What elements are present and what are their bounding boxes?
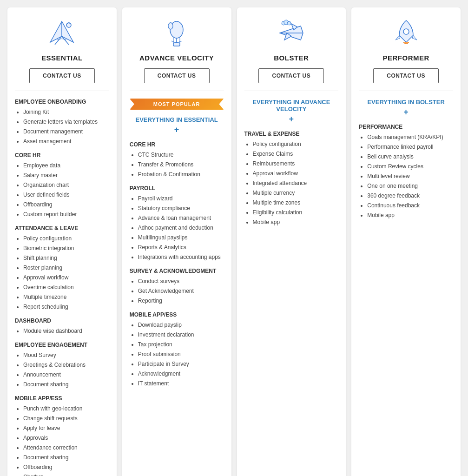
- feature-list: Conduct surveysGet AcknowledgementReport…: [130, 277, 224, 305]
- list-item: Conduct surveys: [138, 277, 224, 285]
- everything-in-performer: EVERYTHING IN BOLSTER: [359, 99, 453, 106]
- list-item: Investment declaration: [138, 331, 224, 339]
- list-item: Tax projection: [138, 340, 224, 349]
- feature-list: Module wise dashboard: [15, 327, 109, 335]
- list-item: Reporting: [138, 297, 224, 305]
- list-item: Document sharing: [23, 453, 109, 462]
- list-item: Announcement: [23, 370, 109, 379]
- list-item: Approval workflow: [23, 273, 109, 282]
- list-item: Goals management (KRA/KPI): [367, 133, 453, 141]
- list-item: Asset management: [23, 137, 109, 145]
- divider: [130, 91, 224, 91]
- list-item: Attendance correction: [23, 443, 109, 452]
- list-item: Transfer & Promotions: [138, 160, 224, 169]
- list-item: Reimbursements: [253, 159, 339, 168]
- section-title-attendance--leave: ATTENDANCE & LEAVE: [15, 225, 109, 231]
- divider: [15, 91, 109, 91]
- feature-list: Joining KitGenerate letters via template…: [15, 108, 109, 145]
- plan-header-advance_velocity: ADVANCE VELOCITYCONTACT US: [130, 17, 224, 83]
- contact-button-performer[interactable]: CONTACT US: [373, 68, 439, 83]
- list-item: Punch with geo-location: [23, 404, 109, 413]
- plan-name-performer: PERFORMER: [382, 54, 429, 62]
- plus-sign-advance_velocity: +: [130, 125, 224, 135]
- list-item: Chatbot: [23, 473, 109, 476]
- section-title-payroll: PAYROLL: [130, 185, 224, 192]
- list-item: Approvals: [23, 434, 109, 442]
- balloon-icon: [160, 17, 193, 49]
- plan-card-performer: PERFORMERCONTACT USEVERYTHING IN BOLSTER…: [351, 7, 461, 476]
- list-item: Custom report builder: [23, 210, 109, 218]
- list-item: Shift planning: [23, 254, 109, 262]
- list-item: Custom Review cycles: [367, 162, 453, 171]
- divider: [359, 91, 453, 91]
- plane-icon: [275, 17, 308, 49]
- plan-card-advance_velocity: ADVANCE VELOCITYCONTACT USMOST POPULAREV…: [122, 7, 231, 476]
- list-item: Document sharing: [23, 380, 109, 389]
- feature-list: Employee dataSalary masterOrganization c…: [15, 161, 109, 218]
- paper_plane-icon: [46, 17, 78, 49]
- section-title-core-hr: CORE HR: [130, 141, 224, 148]
- plan-header-bolster: BOLSTERCONTACT US: [244, 17, 339, 83]
- section-title-mobile-appess: MOBILE APP/ESS: [130, 311, 224, 318]
- plan-name-essential: ESSENTIAL: [41, 54, 83, 62]
- section-title-mobile-appess: MOBILE APP/ESS: [15, 395, 109, 402]
- list-item: CTC Structure: [138, 151, 224, 159]
- list-item: Bell curve analysis: [367, 152, 453, 161]
- rocket-icon: [390, 17, 422, 49]
- list-item: Change shift requests: [23, 414, 109, 423]
- list-item: Download payslip: [138, 321, 224, 329]
- list-item: Multilingual payslips: [138, 233, 224, 242]
- divider: [244, 91, 339, 91]
- contact-button-essential[interactable]: CONTACT US: [29, 68, 95, 83]
- contact-button-bolster[interactable]: CONTACT US: [258, 68, 324, 83]
- plan-header-performer: PERFORMERCONTACT US: [359, 17, 453, 83]
- pricing-grid: ESSENTIALCONTACT USEMPLOYEE ONBOARDINGJo…: [7, 7, 461, 476]
- list-item: Approval workflow: [253, 169, 339, 178]
- plus-sign-performer: +: [359, 107, 453, 117]
- feature-list: CTC StructureTransfer & PromotionsProbat…: [130, 151, 224, 178]
- list-item: Performance linked payroll: [367, 143, 453, 151]
- list-item: Offboarding: [23, 200, 109, 209]
- list-item: Payroll wizard: [138, 194, 224, 203]
- section-title-survey--acknowledgment: SURVEY & ACKNOWLEDGMENT: [130, 268, 224, 274]
- list-item: Generate letters via templates: [23, 118, 109, 126]
- list-item: Employee data: [23, 161, 109, 170]
- list-item: Multiple currency: [253, 189, 339, 197]
- list-item: Biometric integration: [23, 244, 109, 252]
- list-item: One on one meeting: [367, 182, 453, 190]
- plus-sign-bolster: +: [244, 114, 339, 124]
- list-item: Expense Claims: [253, 150, 339, 158]
- section-title-performance: PERFORMANCE: [359, 124, 453, 130]
- list-item: Advance & loan management: [138, 214, 224, 222]
- list-item: User defined fields: [23, 191, 109, 199]
- list-item: Document management: [23, 127, 109, 136]
- section-title-core-hr: CORE HR: [15, 152, 109, 159]
- list-item: Offboarding: [23, 463, 109, 471]
- list-item: Module wise dashboard: [23, 327, 109, 335]
- list-item: Integrations with accounting apps: [138, 253, 224, 261]
- feature-list: Download payslipInvestment declarationTa…: [130, 321, 224, 388]
- section-title-employee-engagement: EMPLOYEE ENGAGEMENT: [15, 342, 109, 348]
- list-item: Participate in Survey: [138, 360, 224, 368]
- list-item: Joining Kit: [23, 108, 109, 116]
- plan-name-advance_velocity: ADVANCE VELOCITY: [139, 54, 214, 62]
- feature-list: Policy configurationExpense ClaimsReimbu…: [244, 140, 339, 226]
- list-item: Multi level review: [367, 172, 453, 180]
- feature-list: Goals management (KRA/KPI)Performance li…: [359, 133, 453, 219]
- section-title-travel--expense: TRAVEL & EXPENSE: [244, 131, 339, 137]
- list-item: Reports & Analytics: [138, 243, 224, 251]
- contact-button-advance_velocity[interactable]: CONTACT US: [144, 68, 210, 83]
- list-item: Greetings & Celebrations: [23, 361, 109, 369]
- list-item: Get Acknowledgement: [138, 287, 224, 295]
- list-item: Statutory compliance: [138, 204, 224, 212]
- list-item: Apply for leave: [23, 424, 109, 432]
- list-item: Report scheduling: [23, 303, 109, 311]
- list-item: Organization chart: [23, 181, 109, 189]
- list-item: IT statement: [138, 379, 224, 388]
- section-title-dashboard: DASHBOARD: [15, 317, 109, 324]
- section-title-employee-onboarding: EMPLOYEE ONBOARDING: [15, 99, 109, 105]
- everything-in-advance_velocity: EVERYTHING IN ESSENTIAL: [130, 116, 224, 123]
- list-item: Policy configuration: [253, 140, 339, 148]
- list-item: Probation & Confirmation: [138, 170, 224, 178]
- list-item: Integrated attendance: [253, 179, 339, 187]
